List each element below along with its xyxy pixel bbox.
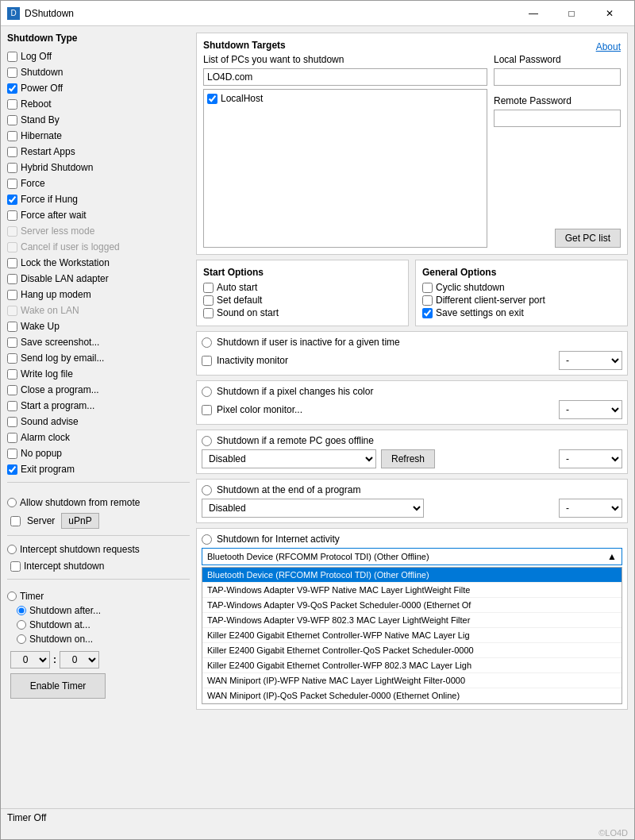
end-program-dropdown2[interactable]: - bbox=[559, 499, 622, 518]
hibernate-label: Hibernate bbox=[21, 130, 62, 141]
hybridshutdown-checkbox[interactable] bbox=[7, 163, 17, 173]
reboot-checkbox[interactable] bbox=[7, 99, 17, 110]
server-checkbox[interactable] bbox=[10, 516, 21, 526]
enable-timer-button[interactable]: Enable Timer bbox=[10, 673, 106, 699]
autostart-checkbox[interactable] bbox=[203, 283, 214, 293]
closeprogram-checkbox[interactable] bbox=[7, 385, 17, 395]
timer-radio[interactable] bbox=[7, 591, 17, 601]
checkbox-disablelan: Disable LAN adapter bbox=[7, 272, 190, 285]
alarmclock-checkbox[interactable] bbox=[7, 433, 17, 443]
exitprogram-checkbox[interactable] bbox=[7, 464, 17, 475]
shutdown-on-radio[interactable] bbox=[17, 634, 26, 644]
network-item-4[interactable]: Killer E2400 Gigabit Ethernet Controller… bbox=[202, 628, 622, 643]
timer-hours-select[interactable]: 0 bbox=[10, 651, 50, 669]
startprogram-checkbox[interactable] bbox=[7, 401, 17, 411]
checkbox-startprogram: Start a program... bbox=[7, 399, 190, 412]
logoff-label: Log Off bbox=[21, 51, 52, 62]
end-program-condition-row: Disabled - bbox=[202, 499, 622, 518]
logoff-checkbox[interactable] bbox=[7, 52, 17, 62]
about-link[interactable]: About bbox=[596, 41, 621, 52]
shutdown-at-radio[interactable] bbox=[17, 620, 26, 630]
localhost-checkbox[interactable] bbox=[207, 94, 217, 104]
shutdown-targets-panel: Shutdown Targets About List of PCs you w… bbox=[196, 33, 628, 255]
lockws-checkbox[interactable] bbox=[7, 258, 17, 268]
screenshot-label: Save screenshot... bbox=[21, 337, 99, 348]
remote-offline-dropdown2[interactable]: - bbox=[559, 449, 622, 468]
pc-input[interactable] bbox=[203, 68, 487, 86]
network-item-2[interactable]: TAP-Windows Adapter V9-QoS Packet Schedu… bbox=[202, 598, 622, 613]
hibernate-checkbox[interactable] bbox=[7, 131, 17, 141]
cb-soundstart: Sound on start bbox=[203, 306, 402, 319]
remote-offline-dropdown[interactable]: Disabled bbox=[202, 449, 376, 468]
remote-offline-radio[interactable] bbox=[202, 436, 212, 446]
restartapps-checkbox[interactable] bbox=[7, 147, 17, 157]
network-item-6[interactable]: Killer E2400 Gigabit Ethernet Controller… bbox=[202, 658, 622, 673]
standby-checkbox[interactable] bbox=[7, 115, 17, 125]
checkbox-standby: Stand By bbox=[7, 114, 190, 126]
shutdown-after-radio[interactable] bbox=[17, 606, 26, 615]
hangup-checkbox[interactable] bbox=[7, 290, 17, 300]
remote-section: Allow shutdown from remote Server uPnP bbox=[7, 495, 190, 529]
soundadvise-checkbox[interactable] bbox=[7, 417, 17, 427]
remote-radio[interactable] bbox=[7, 498, 17, 507]
internet-radio[interactable] bbox=[202, 534, 212, 545]
pixel-monitor-checkbox[interactable] bbox=[202, 405, 212, 415]
upnp-button[interactable]: uPnP bbox=[61, 513, 98, 529]
checkbox-sendlog: Send log by email... bbox=[7, 352, 190, 364]
local-password-input[interactable] bbox=[494, 68, 621, 86]
network-item-8[interactable]: WAN Miniport (IP)-QoS Packet Scheduler-0… bbox=[202, 688, 622, 703]
standby-label: Stand By bbox=[21, 114, 60, 125]
end-program-radio[interactable] bbox=[202, 485, 212, 495]
writelog-checkbox[interactable] bbox=[7, 369, 17, 380]
internet-dropdown-container: Bluetooth Device (RFCOMM Protocol TDI) (… bbox=[202, 548, 622, 704]
inactivity-monitor-checkbox[interactable] bbox=[202, 356, 212, 366]
network-item-1[interactable]: TAP-Windows Adapter V9-WFP Native MAC La… bbox=[202, 583, 622, 598]
network-item-3[interactable]: TAP-Windows Adapter V9-WFP 802.3 MAC Lay… bbox=[202, 613, 622, 628]
remote-password-input[interactable] bbox=[494, 110, 621, 127]
cb-cyclic: Cyclic shutdown bbox=[422, 281, 621, 294]
internet-dropdown-display[interactable]: Bluetooth Device (RFCOMM Protocol TDI) (… bbox=[202, 548, 622, 565]
cyclic-checkbox[interactable] bbox=[422, 283, 433, 293]
inactivity-dropdown[interactable]: - bbox=[559, 351, 622, 370]
timer-minutes-select[interactable]: 0 bbox=[60, 651, 99, 669]
close-button[interactable]: ✕ bbox=[591, 1, 628, 26]
canceluser-checkbox bbox=[7, 242, 17, 252]
intercept-shutdown-checkbox[interactable] bbox=[10, 561, 21, 572]
checkbox-alarmclock: Alarm clock bbox=[7, 431, 190, 444]
intercept-radio[interactable] bbox=[7, 545, 17, 554]
nopopup-checkbox[interactable] bbox=[7, 449, 17, 459]
minimize-button[interactable]: — bbox=[515, 1, 552, 26]
soundstart-checkbox[interactable] bbox=[203, 308, 214, 318]
checkbox-interceptshutdown: Intercept shutdown bbox=[10, 560, 190, 572]
inactive-radio[interactable] bbox=[202, 337, 212, 348]
end-program-dropdown[interactable]: Disabled bbox=[202, 499, 424, 518]
forceafter-checkbox[interactable] bbox=[7, 210, 17, 221]
savesettings-checkbox[interactable] bbox=[422, 308, 433, 318]
poweroff-checkbox[interactable] bbox=[7, 83, 17, 94]
wakeup-checkbox[interactable] bbox=[7, 322, 17, 332]
setdefault-checkbox[interactable] bbox=[203, 295, 214, 306]
pixel-dropdown[interactable]: - bbox=[559, 400, 622, 419]
remote-option: Allow shutdown from remote bbox=[7, 495, 190, 510]
network-item-0[interactable]: Bluetooth Device (RFCOMM Protocol TDI) (… bbox=[202, 568, 622, 583]
pixel-title: Shutdown if a pixel changes his color bbox=[217, 386, 373, 397]
sendlog-checkbox[interactable] bbox=[7, 353, 17, 364]
shutdown-at-option: Shutdown at... bbox=[17, 618, 190, 632]
forcehung-checkbox[interactable] bbox=[7, 195, 17, 205]
diffclient-checkbox[interactable] bbox=[422, 295, 433, 306]
checkbox-exitprogram: Exit program bbox=[7, 463, 190, 476]
options-row: Start Options Auto start Set default Sou… bbox=[196, 260, 628, 326]
force-checkbox[interactable] bbox=[7, 179, 17, 189]
remote-offline-title: Shutdown if a remote PC goes offline bbox=[217, 435, 374, 446]
shutdown-checkbox[interactable] bbox=[7, 67, 17, 78]
titlebar-buttons: — □ ✕ bbox=[515, 1, 628, 26]
get-pc-list-button[interactable]: Get PC list bbox=[555, 229, 621, 248]
canceluser-label: Cancel if user is logged bbox=[21, 241, 120, 252]
refresh-button[interactable]: Refresh bbox=[381, 449, 435, 468]
network-item-5[interactable]: Killer E2400 Gigabit Ethernet Controller… bbox=[202, 643, 622, 658]
network-item-7[interactable]: WAN Miniport (IP)-WFP Native MAC Layer L… bbox=[202, 673, 622, 688]
maximize-button[interactable]: □ bbox=[553, 1, 590, 26]
screenshot-checkbox[interactable] bbox=[7, 337, 17, 348]
pixel-radio[interactable] bbox=[202, 387, 212, 397]
disablelan-checkbox[interactable] bbox=[7, 274, 17, 284]
